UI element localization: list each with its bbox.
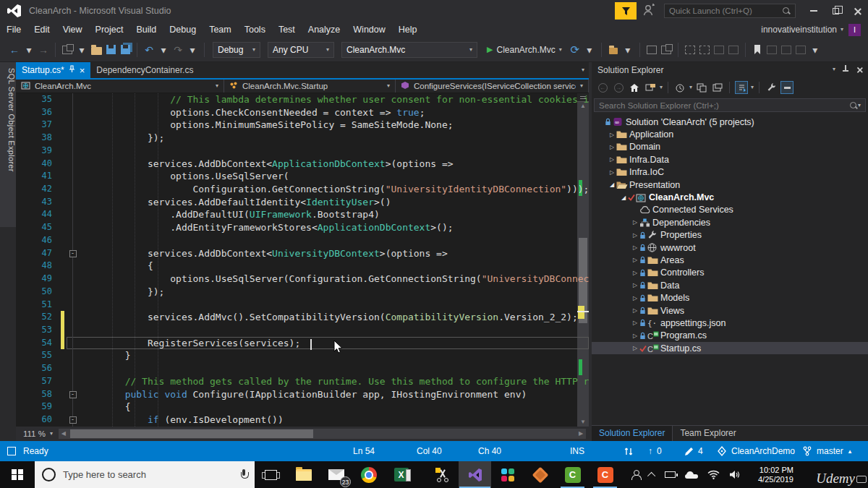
document-tab-dependencycontainer-cs[interactable]: DependencyContainer.cs (90, 62, 199, 78)
status-insert-mode[interactable]: INS (570, 441, 584, 461)
preview-selected-icon[interactable] (711, 81, 724, 94)
back-icon[interactable]: ← (596, 81, 609, 94)
code-line-45[interactable]: 45 .AddEntityFrameworkStores<Application… (16, 221, 589, 234)
menu-project[interactable]: Project (89, 23, 130, 36)
code-line-40[interactable]: 40 services.AddDbContext<ApplicationDbCo… (16, 158, 589, 171)
code-line-37[interactable]: 37 options.MinimumSameSitePolicy = SameS… (16, 119, 589, 132)
tree-item-appsettings-json[interactable]: ▷{·}appsettings.json (592, 317, 868, 329)
code-line-56[interactable]: 56 (16, 362, 589, 375)
code-line-38[interactable]: 38 }); (16, 132, 589, 145)
code-line-47[interactable]: 47- services.AddDbContext<UniversityDBCo… (16, 247, 589, 260)
tool-tab-solution-explorer[interactable]: Solution Explorer (592, 426, 673, 441)
undo-dropdown[interactable]: ▾ (156, 41, 171, 59)
code-line-58[interactable]: 58- public void Configure(IApplicationBu… (16, 388, 589, 401)
microphone-icon[interactable] (240, 469, 247, 481)
solution-search-input[interactable]: Search Solution Explorer (Ctrl+;) ▾ (594, 98, 866, 112)
collapse-region-icon[interactable]: - (69, 391, 77, 398)
menu-help[interactable]: Help (392, 23, 424, 36)
filter-dropdown[interactable]: ▾ (689, 85, 692, 90)
sync-dropdown[interactable]: ▾ (751, 85, 754, 90)
tree-collapsed-arrow-icon[interactable]: ▷ (631, 320, 639, 326)
prev-bookmark-icon[interactable] (765, 41, 779, 59)
camtasia-recorder-button[interactable]: C (589, 461, 621, 488)
tree-item-data[interactable]: ▷Data (592, 279, 868, 291)
mail-button[interactable]: 23 (320, 461, 352, 488)
scroll-right-icon[interactable]: ▶ (576, 429, 586, 439)
refresh-dropdown[interactable]: ▾ (582, 41, 597, 59)
code-line-53[interactable]: 53 (16, 324, 589, 337)
tree-collapsed-arrow-icon[interactable]: ▷ (631, 244, 639, 251)
breadcrumb-type[interactable]: CleanArch.Mvc.Startup▾ (224, 80, 396, 93)
tree-collapsed-arrow-icon[interactable]: ▷ (631, 307, 639, 314)
menu-build[interactable]: Build (129, 23, 163, 36)
quick-launch-input[interactable]: Quick Launch (Ctrl+Q) (664, 4, 796, 18)
snip-tool-button[interactable] (426, 461, 459, 488)
uncommitted-edits[interactable]: 4 (684, 441, 703, 461)
unpushed-commits[interactable]: ↑ 0 (648, 441, 662, 461)
save-all-icon[interactable] (118, 41, 132, 59)
status-line[interactable]: Ln 54 (353, 441, 375, 461)
menu-file[interactable]: File (0, 23, 27, 36)
pin-icon[interactable] (69, 65, 75, 75)
tab-list-dropdown[interactable]: ▾ (582, 67, 584, 73)
open-file-icon[interactable] (89, 41, 103, 59)
taskbar-clock[interactable]: 10:02 PM 4/25/2019 (758, 466, 793, 484)
repository-picker[interactable]: CleanArchDemo (718, 441, 795, 461)
tree-collapsed-arrow-icon[interactable]: ▷ (631, 257, 639, 263)
horizontal-scrollbar[interactable]: ◀ ▶ (59, 429, 586, 439)
menu-window[interactable]: Window (346, 23, 391, 36)
account-menu[interactable]: innovativeinstitution ▾ (761, 25, 843, 35)
menu-tools[interactable]: Tools (238, 23, 272, 36)
status-character[interactable]: Ch 40 (478, 441, 501, 461)
close-tab-icon[interactable]: × (80, 65, 85, 76)
navigate-forward-icon[interactable]: → (36, 41, 51, 59)
tree-item-controllers[interactable]: ▷Controllers (592, 267, 868, 279)
forward-icon[interactable]: → (612, 81, 625, 94)
people-icon[interactable] (631, 470, 640, 480)
code-line-50[interactable]: 50 }); (16, 286, 589, 299)
pending-changes-filter-icon[interactable] (673, 81, 686, 94)
status-column[interactable]: Col 40 (417, 441, 442, 461)
increase-indent-icon[interactable] (697, 41, 712, 59)
clear-bookmarks-icon[interactable] (793, 41, 808, 59)
tree-item-connected-services[interactable]: Connected Services (592, 204, 868, 216)
tree-item-models[interactable]: ▷Models (592, 291, 868, 304)
code-line-46[interactable]: 46 (16, 234, 589, 247)
code-line-43[interactable]: 43 services.AddDefaultIdentity<IdentityU… (16, 196, 589, 209)
close-icon[interactable] (856, 67, 863, 73)
tool-tab-team-explorer[interactable]: Team Explorer (673, 426, 743, 441)
comment-icon[interactable] (644, 41, 659, 59)
tree-item-areas[interactable]: ▷Areas (592, 254, 868, 266)
excel-button[interactable]: X (385, 461, 417, 488)
branch-picker[interactable]: master ▴ (803, 441, 851, 461)
zoom-select[interactable]: 111 % ▾ (16, 429, 59, 438)
tree-expanded-arrow-icon[interactable]: ◢ (608, 181, 616, 188)
scrollbar-thumb[interactable] (70, 429, 313, 438)
tree-item-presentation[interactable]: ◢Presentation (592, 179, 868, 191)
collapse-region-icon[interactable]: - (69, 250, 77, 257)
minimize-button[interactable] (803, 1, 825, 20)
start-button[interactable] (0, 461, 35, 488)
find-in-files-icon[interactable] (606, 41, 621, 59)
save-icon[interactable] (103, 41, 118, 59)
close-button[interactable] (846, 1, 868, 20)
redo-icon[interactable]: ↷ (171, 41, 185, 59)
code-line-54[interactable]: 54 RegisterServices(services); (16, 337, 589, 350)
code-line-48[interactable]: 48 { (16, 260, 589, 273)
sync-icon[interactable] (624, 441, 634, 461)
wifi-icon[interactable] (707, 470, 720, 479)
file-explorer-button[interactable] (287, 461, 320, 488)
outlining-margin[interactable]: - (67, 414, 80, 427)
code-line-42[interactable]: 42 Configuration.GetConnectionString("Un… (16, 183, 589, 196)
tree-collapsed-arrow-icon[interactable]: ▷ (631, 270, 639, 276)
toolbar-overflow[interactable]: ▾ (808, 41, 822, 59)
properties-wrench-icon[interactable] (765, 81, 778, 94)
code-line-41[interactable]: 41 options.UseSqlServer( (16, 170, 589, 183)
tree-item-wwwroot[interactable]: ▷wwwroot (592, 241, 868, 254)
code-line-55[interactable]: 55 } (16, 349, 589, 362)
tree-item-dependencies[interactable]: ▷Dependencies (592, 216, 868, 228)
menu-analyze[interactable]: Analyze (302, 23, 346, 36)
document-tab-startup-cs-[interactable]: Startup.cs*× (16, 62, 90, 78)
code-line-39[interactable]: 39 (16, 145, 589, 158)
code-line-49[interactable]: 49 options.UseSqlServer(Configuration.Ge… (16, 273, 589, 286)
